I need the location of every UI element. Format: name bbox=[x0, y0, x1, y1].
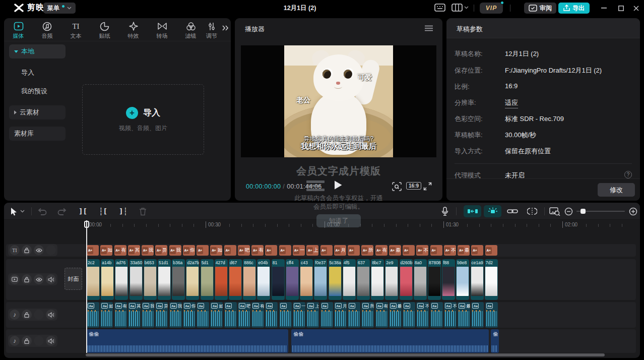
tts-audio-clip[interactable]: Aa如 bbox=[210, 302, 223, 328]
text-clip[interactable]: A≡我 bbox=[169, 245, 181, 256]
music-clip[interactable]: 偷偷 bbox=[87, 329, 288, 353]
video-clip[interactable]: 5c38a bbox=[329, 259, 342, 300]
review-button[interactable]: 审阅 bbox=[524, 3, 556, 14]
tts-audio-clip[interactable]: Aa有 bbox=[251, 302, 264, 328]
text-clip[interactable]: A≡有 bbox=[114, 245, 126, 256]
text-clip[interactable]: A≡其 bbox=[128, 245, 140, 256]
text-clip[interactable]: A≡我 bbox=[142, 245, 154, 256]
horizontal-scrollbar[interactable] bbox=[86, 353, 605, 356]
tts-audio-clip[interactable]: Aa我 bbox=[169, 302, 182, 328]
text-clip[interactable]: A≡最后 bbox=[458, 245, 470, 256]
preview-zoom-icon[interactable] bbox=[392, 182, 402, 191]
tts-audio-clip[interactable]: Aa bbox=[87, 302, 99, 328]
minimize-button[interactable] bbox=[597, 2, 610, 14]
text-clip[interactable]: A≡有 bbox=[251, 245, 264, 256]
video-clip[interactable]: 4f5 bbox=[343, 259, 356, 300]
aspect-ratio-button[interactable]: 16:9 bbox=[406, 182, 421, 190]
text-clip[interactable]: A≡一 bbox=[293, 245, 305, 256]
playhead-handle[interactable] bbox=[84, 221, 89, 228]
tts-audio-clip[interactable]: Aa bbox=[471, 302, 484, 328]
sidebar-item-import[interactable]: 导入 bbox=[9, 66, 66, 80]
video-clip[interactable]: 8a0 bbox=[414, 259, 427, 300]
tts-audio-clip[interactable]: Aa异 bbox=[155, 302, 168, 328]
text-clip[interactable]: A≡ bbox=[197, 245, 209, 256]
video-clip[interactable]: f0e37 bbox=[314, 259, 327, 300]
text-clip[interactable]: A≡吧 bbox=[238, 245, 250, 256]
modify-button[interactable]: 修改 bbox=[598, 183, 635, 197]
tts-audio-clip[interactable]: Aa bbox=[320, 302, 333, 328]
sidebar-item-material-library[interactable]: 素材库 bbox=[9, 127, 66, 141]
tts-audio-clip[interactable]: Aa月 bbox=[334, 302, 347, 328]
text-clip[interactable]: A≡不 bbox=[416, 245, 428, 256]
play-button[interactable] bbox=[334, 180, 343, 190]
tts-audio-clip[interactable]: Aa一 bbox=[293, 302, 305, 328]
sidebar-item-presets[interactable]: 我的预设 bbox=[9, 84, 66, 98]
tts-audio-clip[interactable]: Aa最 bbox=[389, 302, 402, 328]
text-clip[interactable]: A≡月 bbox=[334, 245, 346, 256]
text-clip[interactable]: A≡ bbox=[87, 245, 99, 256]
text-clip[interactable]: A≡ bbox=[320, 245, 333, 256]
text-clip[interactable]: A≡最 bbox=[389, 245, 401, 256]
text-clip[interactable]: A≡ bbox=[403, 245, 415, 256]
text-clip[interactable]: A≡ bbox=[224, 245, 236, 256]
text-clip[interactable]: A≡上 bbox=[306, 245, 318, 256]
tts-audio-clip[interactable]: Aa bbox=[485, 302, 498, 328]
more-tabs-chevron-icon[interactable] bbox=[222, 25, 229, 31]
video-clip[interactable]: 8bc7 bbox=[371, 259, 384, 300]
tts-audio-clip[interactable]: Aa bbox=[197, 302, 209, 328]
text-clip[interactable]: A≡ bbox=[485, 245, 497, 256]
video-clip[interactable]: e04b bbox=[257, 259, 270, 300]
video-clip[interactable]: ce1a9 bbox=[471, 259, 484, 300]
shortcut-keys-icon[interactable] bbox=[434, 3, 445, 12]
video-clip[interactable]: f88 bbox=[442, 259, 455, 300]
playhead-line[interactable] bbox=[86, 220, 87, 353]
tts-audio-clip[interactable]: Aa bbox=[348, 302, 360, 328]
video-clip[interactable]: 2c2 bbox=[87, 259, 100, 300]
tts-audio-clip[interactable]: Aa最后 bbox=[458, 302, 470, 328]
music-clip[interactable]: 偷 bbox=[491, 329, 499, 353]
tts-audio-clip[interactable]: Aa bbox=[279, 302, 292, 328]
tab-transition[interactable]: 转场 bbox=[148, 18, 176, 41]
video-clip[interactable]: 637 bbox=[357, 259, 370, 300]
music-clip[interactable]: 偷偷 bbox=[291, 329, 489, 353]
tts-audio-clip[interactable]: Aa有 bbox=[114, 302, 127, 328]
video-clip[interactable]: 87808 bbox=[428, 259, 441, 300]
tab-adjust[interactable]: 调节 bbox=[205, 18, 218, 41]
tab-sticker[interactable]: 贴纸 bbox=[90, 18, 119, 41]
text-clip[interactable]: A≡异 bbox=[155, 245, 167, 256]
video-clip[interactable]: a14b bbox=[101, 259, 114, 300]
video-clip[interactable]: 427d bbox=[215, 259, 228, 300]
text-clip[interactable]: A≡ bbox=[348, 245, 360, 256]
tts-audio-clip[interactable]: Aa如 bbox=[100, 302, 113, 328]
text-clip[interactable]: A≡ bbox=[471, 245, 483, 256]
fullscreen-icon[interactable] bbox=[423, 182, 432, 191]
vip-button[interactable]: VIP bbox=[480, 3, 503, 14]
video-clip[interactable]: c43 bbox=[300, 259, 313, 300]
video-clip[interactable]: d67 bbox=[229, 259, 242, 300]
tts-audio-clip[interactable]: Aa bbox=[403, 302, 415, 328]
text-clip[interactable]: A≡所 bbox=[361, 245, 373, 256]
video-clip[interactable]: ad76 bbox=[115, 259, 128, 300]
close-button[interactable] bbox=[629, 2, 642, 14]
video-clip[interactable]: b36a bbox=[172, 259, 185, 300]
maximize-button[interactable] bbox=[614, 2, 627, 14]
tts-audio-clip[interactable]: Aa所 bbox=[361, 302, 374, 328]
tts-audio-clip[interactable]: Aa bbox=[430, 302, 443, 328]
tab-audio[interactable]: 音频 bbox=[33, 18, 61, 41]
tab-text[interactable]: TI 文本 bbox=[61, 18, 90, 41]
text-clip[interactable]: A≡ bbox=[279, 245, 291, 256]
player-menu-icon[interactable] bbox=[424, 25, 433, 31]
tts-audio-clip[interactable]: Aa bbox=[224, 302, 237, 328]
layout-switch-icon[interactable] bbox=[452, 3, 469, 12]
tab-effects[interactable]: 特效 bbox=[119, 18, 148, 41]
tts-audio-clip[interactable]: Aa我 bbox=[142, 302, 154, 328]
tts-audio-clip[interactable]: Aa不 bbox=[444, 302, 457, 328]
tab-filter[interactable]: 滤镜 bbox=[176, 18, 205, 41]
text-clip[interactable]: A≡ bbox=[430, 245, 442, 256]
video-clip[interactable]: 33a50 bbox=[130, 259, 143, 300]
export-button[interactable]: 导出 bbox=[558, 3, 590, 14]
video-viewport[interactable]: 可爱 老公 异地恋真的能走到最后吗? 我想和你永远走到最后 bbox=[241, 45, 436, 157]
sidebar-item-cloud[interactable]: 云素材 bbox=[9, 105, 66, 119]
video-clip[interactable]: b653 bbox=[144, 259, 157, 300]
text-clip[interactable]: A≡ bbox=[265, 245, 277, 256]
